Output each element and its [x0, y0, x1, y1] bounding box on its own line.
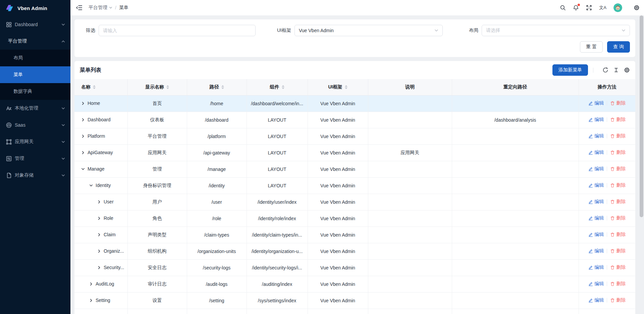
- column-header-UI框架[interactable]: UI框架: [308, 79, 368, 95]
- delete-button[interactable]: 删除: [610, 232, 626, 238]
- sidebar-item-本地化管理[interactable]: 本地化管理: [0, 100, 70, 117]
- delete-button[interactable]: 删除: [610, 182, 626, 188]
- expand-row-icon[interactable]: [97, 266, 101, 269]
- column-header-组件[interactable]: 组件: [247, 79, 308, 95]
- add-menu-button[interactable]: 添加新菜单: [552, 64, 588, 76]
- language-icon[interactable]: 文A: [599, 5, 606, 11]
- sidebar-collapse-icon[interactable]: [76, 4, 83, 11]
- edit-button[interactable]: 编辑: [588, 215, 604, 221]
- sidebar-subitem-数据字典[interactable]: 数据字典: [0, 83, 70, 100]
- reset-button[interactable]: 重 置: [580, 41, 603, 53]
- sort-carets-icon[interactable]: [93, 85, 96, 89]
- sidebar-subitem-布局[interactable]: 布局: [0, 50, 70, 66]
- cell-component: /identity/claim-types/in...: [247, 227, 308, 243]
- edit-button[interactable]: 编辑: [588, 248, 604, 254]
- cell-path: /identity: [187, 177, 247, 194]
- expand-row-icon[interactable]: [81, 134, 85, 138]
- avatar[interactable]: [613, 3, 622, 12]
- breadcrumb-label: 平台管理: [89, 5, 107, 11]
- sidebar-item-应用网关[interactable]: 应用网关: [0, 133, 70, 150]
- sidebar-item-Dashboard[interactable]: Dashboard: [0, 16, 70, 33]
- edit-button[interactable]: 编辑: [588, 297, 604, 303]
- expand-row-icon[interactable]: [89, 299, 93, 302]
- sidebar-subitem-菜单[interactable]: 菜单: [0, 66, 70, 83]
- ui-framework-select[interactable]: Vue Vben Admin: [294, 25, 443, 36]
- edit-button[interactable]: 编辑: [588, 100, 604, 106]
- column-label: 说明: [405, 84, 415, 90]
- delete-label: 删除: [616, 199, 626, 205]
- breadcrumb-item-platform[interactable]: 平台管理: [89, 5, 112, 11]
- trash-icon: [610, 183, 615, 188]
- edit-button[interactable]: 编辑: [588, 149, 604, 155]
- edit-label: 编辑: [594, 297, 604, 303]
- delete-button[interactable]: 删除: [610, 100, 626, 106]
- sort-carets-icon[interactable]: [282, 85, 284, 89]
- edit-pencil-icon: [588, 117, 593, 122]
- search-button[interactable]: 查 询: [607, 41, 630, 53]
- cell-redirect: [452, 292, 579, 309]
- edit-button[interactable]: 编辑: [588, 182, 604, 188]
- column-label: 重定向路径: [503, 84, 527, 90]
- sort-carets-icon[interactable]: [221, 85, 224, 89]
- sidebar-item-管理[interactable]: 管理: [0, 150, 70, 167]
- edit-button[interactable]: 编辑: [588, 281, 604, 287]
- column-header-路径[interactable]: 路径: [187, 79, 247, 95]
- table-toolbar: 添加新菜单: [552, 64, 630, 76]
- edit-button[interactable]: 编辑: [588, 166, 604, 172]
- row-height-icon[interactable]: [613, 67, 619, 73]
- column-header-说明: 说明: [368, 79, 452, 95]
- row-name: Role: [104, 215, 113, 221]
- edit-pencil-icon: [588, 167, 593, 171]
- fullscreen-icon[interactable]: [586, 5, 592, 11]
- expand-row-icon[interactable]: [97, 233, 101, 237]
- edit-button[interactable]: 编辑: [588, 117, 604, 123]
- edit-button[interactable]: 编辑: [588, 199, 604, 205]
- sort-carets-icon[interactable]: [345, 85, 347, 89]
- collapse-row-icon[interactable]: [81, 167, 85, 171]
- sidebar-item-平台管理[interactable]: 平台管理: [0, 33, 70, 50]
- expand-row-icon[interactable]: [81, 151, 85, 154]
- scrollbar-track[interactable]: [640, 15, 643, 314]
- delete-button[interactable]: 删除: [610, 248, 626, 254]
- delete-button[interactable]: 删除: [610, 281, 626, 287]
- delete-button[interactable]: 删除: [610, 117, 626, 123]
- action-divider: [607, 167, 607, 171]
- delete-button[interactable]: 删除: [610, 133, 626, 139]
- layout-select[interactable]: 请选择: [482, 25, 630, 36]
- expand-row-icon[interactable]: [97, 249, 101, 253]
- cell-ui-framework: Vue Vben Admin: [308, 112, 368, 128]
- expand-row-icon[interactable]: [81, 118, 85, 122]
- expand-row-icon[interactable]: [97, 200, 101, 204]
- column-header-显示名称[interactable]: 显示名称: [127, 79, 187, 95]
- sidebar-item-对象存储[interactable]: 对象存储: [0, 167, 70, 184]
- logo[interactable]: Vben Admin: [0, 0, 70, 16]
- filter-input[interactable]: [103, 28, 251, 33]
- delete-button[interactable]: 删除: [610, 297, 626, 303]
- cell-path: /platform: [187, 128, 247, 144]
- search-icon[interactable]: [560, 5, 566, 11]
- cell-ui-framework: Vue Vben Admin: [308, 292, 368, 309]
- delete-button[interactable]: 删除: [610, 149, 626, 155]
- edit-button[interactable]: 编辑: [588, 232, 604, 238]
- scrollbar-thumb[interactable]: [640, 15, 643, 217]
- table-row-partial: [74, 309, 635, 314]
- expand-row-icon[interactable]: [81, 102, 85, 105]
- delete-button[interactable]: 删除: [610, 264, 626, 270]
- expand-row-icon[interactable]: [89, 282, 93, 286]
- column-settings-gear-icon[interactable]: [624, 67, 630, 73]
- column-header-名称[interactable]: 名称: [74, 79, 127, 95]
- expand-row-icon[interactable]: [97, 216, 101, 220]
- edit-button[interactable]: 编辑: [588, 264, 604, 270]
- settings-gear-icon[interactable]: [634, 5, 640, 11]
- delete-label: 删除: [616, 166, 626, 172]
- sidebar-item-Saas[interactable]: Saas: [0, 117, 70, 133]
- table-row-Manage: Manage管理/manageLAYOUTVue Vben Admin编辑删除: [74, 161, 635, 177]
- edit-button[interactable]: 编辑: [588, 133, 604, 139]
- delete-button[interactable]: 删除: [610, 166, 626, 172]
- refresh-icon[interactable]: [602, 67, 608, 73]
- delete-button[interactable]: 删除: [610, 199, 626, 205]
- delete-button[interactable]: 删除: [610, 215, 626, 221]
- notification-bell-icon[interactable]: [573, 5, 579, 11]
- sort-carets-icon[interactable]: [166, 85, 169, 89]
- collapse-row-icon[interactable]: [89, 184, 93, 187]
